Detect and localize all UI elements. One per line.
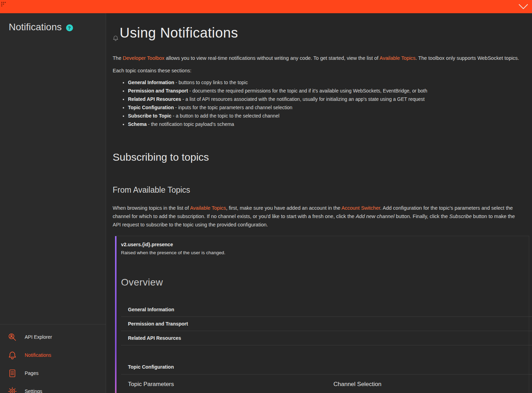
paragraph-text: When browsing topics in the list of [113,205,190,211]
sidebar-item-label: Pages [25,370,39,376]
list-item-desc: - the notification topic payload's schem… [147,121,234,127]
channel-selection-column: Channel Selection Channels [333,381,532,393]
list-item-term: Topic Configuration [128,105,174,110]
list-item-term: Permission and Transport [128,88,188,94]
intro-text: allows you to view real-time notificatio… [164,55,380,61]
topic-parameters-title: Topic Parameters [128,381,333,388]
accordion-permission-and-transport[interactable]: Permission and Transport [121,317,532,331]
subscribing-heading: Subscribing to topics [113,151,532,163]
developer-toolbox-link[interactable]: Developer Toolbox [123,55,164,61]
chevron-down-icon [518,3,529,10]
available-topics-link[interactable]: Available Topics [190,205,226,211]
sections-intro: Each topic contains these sections: [113,66,532,75]
configuration-grid: Topic Parameters the user ID Channel Sel… [121,381,532,393]
list-item-term: General Information [128,80,174,85]
topic-configuration-header: Topic Configuration [121,364,532,375]
sidebar-header: Notifications ? [0,13,106,33]
topic-sections-list: General Information - buttons to copy li… [113,78,532,128]
sidebar-item-settings[interactable]: Settings [0,382,106,393]
sidebar-item-notifications[interactable]: Notifications [0,346,106,364]
paragraph-text: button. Finally, click the [394,214,449,219]
page-title-text: Using Notifications [120,25,238,41]
intro-text: . The toolbox only supports WebSocket to… [416,55,519,61]
intro-paragraph: The Developer Toolbox allows you to view… [113,54,532,62]
channel-selection-title: Channel Selection [333,381,532,388]
list-item: Subscribe to Topic - a button to add the… [128,112,532,120]
list-item-desc: - a list of API resources associated wit… [181,96,425,102]
sidebar-title: Notifications [9,22,62,33]
accordion-general-information[interactable]: General Information [121,303,532,317]
list-item: General Information - buttons to copy li… [128,78,532,87]
available-topics-paragraph: When browsing topics in the list of Avai… [113,204,532,229]
sidebar: Notifications ? API Explorer [0,13,106,393]
topic-parameters-column: Topic Parameters the user ID [128,381,333,393]
top-bar [0,0,532,13]
list-item-term: Related API Resources [128,96,181,102]
from-available-topics-heading: From Available Topics [113,185,532,195]
collapse-header-button[interactable] [518,3,529,10]
topic-name: v2.users.{id}.presence [121,242,532,247]
sidebar-item-label: Notifications [25,352,51,358]
sidebar-item-label: API Explorer [25,334,52,340]
account-switcher-link[interactable]: Account Switcher [341,205,380,211]
list-item-term: Schema [128,121,147,127]
topic-card: v2.users.{id}.presence Raised when the p… [115,236,529,393]
list-item-term: Subscribe to Topic [128,113,171,119]
gear-icon [8,387,17,393]
main-content: Using Notifications The Developer Toolbo… [106,13,532,393]
bell-icon [8,351,17,360]
sidebar-item-api-explorer[interactable]: API Explorer [0,328,106,346]
list-item: Schema - the notification topic payload'… [128,120,532,128]
list-item-desc: - inputs for the topic parameters and ch… [174,105,292,110]
list-item: Permission and Transport - documents the… [128,87,532,95]
list-item-desc: - documents the required permissions for… [188,88,427,94]
overview-heading: Overview [121,277,532,288]
list-item: Related API Resources - a list of API re… [128,95,532,103]
sidebar-item-label: Settings [25,388,42,393]
apps-menu-icon[interactable] [1,1,6,8]
add-new-channel-emphasis: Add new channel [356,214,394,219]
bell-anchor-icon [113,29,119,45]
sidebar-item-pages[interactable]: Pages [0,364,106,382]
intro-text: The [113,55,123,61]
list-item-desc: - a button to add the topic to the selec… [171,113,280,119]
api-explorer-icon [8,332,17,342]
paragraph-text: , first, make sure you have added an acc… [226,205,341,211]
sidebar-nav: API Explorer Notifications [0,324,106,393]
pages-icon [8,369,17,378]
list-item-desc: - buttons to copy links to the topic [174,80,248,85]
help-icon[interactable]: ? [66,24,73,31]
topic-card-body: v2.users.{id}.presence Raised when the p… [116,236,532,393]
list-item: Topic Configuration - inputs for the top… [128,103,532,112]
page-title: Using Notifications [113,25,532,45]
accordion-related-api-resources[interactable]: Related API Resources [121,331,532,345]
app-layout: Notifications ? API Explorer [0,13,532,393]
topic-accordion: General Information Permission and Trans… [121,303,532,345]
available-topics-link[interactable]: Available Topics [380,55,416,61]
subscribe-emphasis: Subscribe [449,214,471,219]
topic-description: Raised when the presence of the user is … [121,250,532,255]
